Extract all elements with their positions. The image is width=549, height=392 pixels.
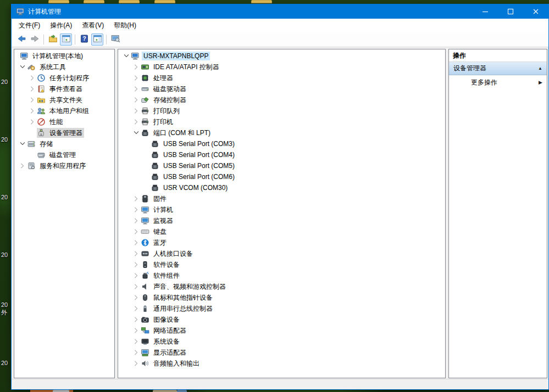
console-tree-item[interactable]: 性能 xyxy=(14,116,114,127)
device-tree-item[interactable]: 音频输入和输出 xyxy=(118,358,445,369)
console-tree-item[interactable]: 系统工具 xyxy=(14,61,114,72)
device-tree-item[interactable]: 监视器 xyxy=(118,215,445,226)
remote-computer-button[interactable] xyxy=(109,33,121,46)
export-list-button[interactable] xyxy=(47,33,59,46)
chevron-right-icon[interactable] xyxy=(131,260,141,269)
back-button[interactable] xyxy=(15,33,27,46)
more-actions-item[interactable]: 更多操作 ▶ xyxy=(449,75,547,89)
chevron-down-icon[interactable] xyxy=(131,128,141,137)
device-tree-item[interactable]: IDE ATA/ATAPI 控制器 xyxy=(118,61,445,72)
desktop-icon-label: 20 xyxy=(1,79,11,85)
task-scheduler-icon xyxy=(37,74,46,82)
chevron-down-icon[interactable] xyxy=(18,63,27,71)
device-tree-item[interactable]: 显示适配器 xyxy=(118,347,445,358)
console-tree-item[interactable]: 存储 xyxy=(14,138,114,149)
collapse-icon[interactable]: ▲ xyxy=(538,66,542,71)
chevron-right-icon[interactable] xyxy=(131,315,141,324)
chevron-down-icon[interactable] xyxy=(121,52,131,60)
help-button[interactable]: ? xyxy=(78,33,90,46)
chevron-right-icon[interactable] xyxy=(27,107,37,115)
chevron-right-icon[interactable] xyxy=(131,282,141,291)
chevron-right-icon[interactable] xyxy=(131,359,141,368)
action-pane-section-device-manager[interactable]: 设备管理器 ▲ xyxy=(449,62,547,75)
device-tree-item[interactable]: 网络适配器 xyxy=(118,325,445,336)
chevron-right-icon[interactable] xyxy=(131,63,141,71)
device-tree-item[interactable]: 计算机 xyxy=(118,204,445,215)
menu-item-1[interactable]: 操作(A) xyxy=(45,19,77,32)
device-tree-item[interactable]: 蓝牙 xyxy=(118,237,445,248)
device-tree-item[interactable]: 磁盘驱动器 xyxy=(118,83,445,94)
chevron-right-icon[interactable] xyxy=(131,337,141,346)
device-tree-item[interactable]: USB Serial Port (COM3) xyxy=(118,138,445,149)
device-tree-item[interactable]: 人机接口设备 xyxy=(118,248,445,259)
console-tree-item[interactable]: 本地用户和组 xyxy=(14,105,114,116)
chevron-right-icon[interactable] xyxy=(131,271,141,280)
chevron-right-icon[interactable] xyxy=(27,96,37,104)
tree-item-label: 网络适配器 xyxy=(152,326,188,336)
chevron-down-icon[interactable] xyxy=(18,139,27,148)
device-tree-item[interactable]: 鼠标和其他指针设备 xyxy=(118,292,445,303)
chevron-right-icon[interactable] xyxy=(131,249,141,258)
chevron-right-icon[interactable] xyxy=(131,293,141,302)
device-tree-item[interactable]: USB Serial Port (COM6) xyxy=(118,171,445,182)
imaging-icon xyxy=(141,315,149,324)
device-tree-item[interactable]: 打印机 xyxy=(118,116,445,127)
close-button[interactable] xyxy=(523,4,548,19)
chevron-right-icon[interactable] xyxy=(27,85,37,93)
show-console-tree-button[interactable] xyxy=(60,33,72,46)
device-tree-item[interactable]: 存储控制器 xyxy=(118,94,445,105)
chevron-right-icon[interactable] xyxy=(131,348,141,357)
menu-item-3[interactable]: 帮助(H) xyxy=(109,19,141,32)
device-tree-item[interactable]: 软件设备 xyxy=(118,259,445,270)
forward-button[interactable] xyxy=(29,33,41,46)
device-tree-item[interactable]: USB Serial Port (COM5) xyxy=(118,160,445,171)
chevron-right-icon[interactable] xyxy=(131,216,141,225)
device-tree-item[interactable]: 通用串行总线控制器 xyxy=(118,303,445,314)
console-tree-item[interactable]: 共享文件夹 xyxy=(14,94,114,105)
console-tree-item[interactable]: 任务计划程序 xyxy=(14,72,114,83)
console-tree-item[interactable]: 计算机管理(本地) xyxy=(14,51,114,61)
chevron-right-icon[interactable] xyxy=(131,205,141,214)
device-tree-item[interactable]: 端口 (COM 和 LPT) xyxy=(118,127,445,138)
system-tools-icon xyxy=(27,63,36,71)
chevron-right-icon[interactable] xyxy=(131,238,141,247)
monitor-search-icon xyxy=(111,34,120,45)
device-tree-item[interactable]: 系统设备 xyxy=(118,336,445,347)
menu-item-2[interactable]: 查看(V) xyxy=(77,19,109,32)
show-action-pane-button[interactable] xyxy=(91,33,103,46)
device-tree-item[interactable]: 处理器 xyxy=(118,72,445,83)
console-tree-item[interactable]: 事件查看器 xyxy=(14,83,114,94)
menu-item-0[interactable]: 文件(F) xyxy=(14,19,45,32)
device-tree-item[interactable]: 声音、视频和游戏控制器 xyxy=(118,281,445,292)
device-tree-item[interactable]: 软件组件 xyxy=(118,270,445,281)
chevron-right-icon[interactable] xyxy=(131,96,141,104)
chevron-right-icon[interactable] xyxy=(131,74,141,82)
chevron-right-icon[interactable] xyxy=(131,85,141,93)
chevron-right-icon[interactable] xyxy=(131,194,141,203)
chevron-right-icon[interactable] xyxy=(131,227,141,236)
chevron-right-icon[interactable] xyxy=(131,304,141,313)
toolbar-separator xyxy=(43,35,44,44)
console-tree-item[interactable]: 设备管理器 xyxy=(14,127,114,138)
titlebar[interactable]: 计算机管理 xyxy=(12,4,548,19)
chevron-right-icon[interactable] xyxy=(131,117,141,126)
serial-port-icon xyxy=(151,161,159,170)
maximize-button[interactable] xyxy=(498,4,523,19)
device-tree-item[interactable]: USR VCOM (COM30) xyxy=(118,182,445,193)
device-tree-item[interactable]: USB Serial Port (COM4) xyxy=(118,149,445,160)
device-tree-item[interactable]: 打印队列 xyxy=(118,105,445,116)
console-tree-item[interactable]: 磁盘管理 xyxy=(14,149,114,160)
device-tree-item[interactable]: USR-MXTAPNBLQPP xyxy=(118,51,445,61)
chevron-right-icon[interactable] xyxy=(18,161,27,170)
minimize-button[interactable] xyxy=(473,4,498,19)
chevron-right-icon[interactable] xyxy=(27,117,37,126)
chevron-right-icon[interactable] xyxy=(131,326,141,335)
console-tree-item[interactable]: 服务和应用程序 xyxy=(14,160,114,171)
computer-icon xyxy=(20,52,29,60)
performance-icon xyxy=(37,117,46,126)
device-tree-item[interactable]: 固件 xyxy=(118,193,445,204)
chevron-right-icon[interactable] xyxy=(131,107,141,115)
device-tree-item[interactable]: 图像设备 xyxy=(118,314,445,325)
chevron-right-icon[interactable] xyxy=(27,74,37,82)
device-tree-item[interactable]: 键盘 xyxy=(118,226,445,237)
